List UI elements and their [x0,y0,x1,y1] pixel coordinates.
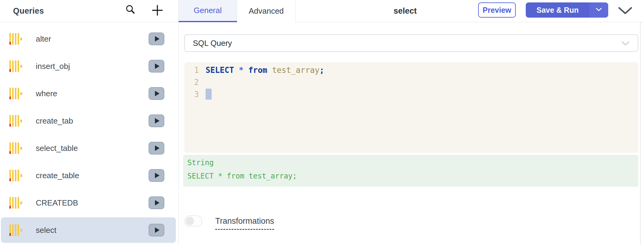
add-query-button[interactable] [150,4,164,18]
clickhouse-datasource-icon [8,223,22,237]
run-query-button[interactable] [149,196,164,209]
collapse-editor-button[interactable] [618,6,633,16]
save-and-run-split-button: Save & Run [526,2,608,18]
editor-header: General Advanced select Preview Save & R… [179,0,644,22]
chevron-down-icon [595,8,602,12]
queries-sidebar: Queries [0,0,179,245]
query-list-item-insert_obj[interactable]: insert_obj [1,53,176,79]
code-line-1: 1SELECT * from test_array; [184,64,638,76]
sql-code-editor[interactable]: 1SELECT * from test_array;23 [184,62,638,153]
query-title: select [394,0,417,22]
tab-advanced[interactable]: Advanced [237,0,296,22]
run-query-button[interactable] [149,224,164,236]
plus-icon [151,4,164,18]
text-cursor [206,89,212,100]
play-icon [155,63,159,69]
query-editor-main: General Advanced select Preview Save & R… [179,0,644,245]
transformations-toggle[interactable] [184,215,202,227]
save-and-run-button[interactable]: Save & Run [526,2,589,18]
play-icon [155,145,159,151]
play-icon [155,36,159,42]
sidebar-header: Queries [0,0,178,22]
query-list-item-CREATEDB[interactable]: CREATEDB [1,190,176,216]
code-line-3: 3 [184,88,638,100]
chevron-down-icon [621,39,630,48]
query-name-label: alter [36,34,51,44]
evaluated-value-popup: String SELECT * from test_array; [183,155,638,187]
query-list-item-select[interactable]: select [1,217,176,243]
transformations-section: Transformations [184,215,274,230]
clickhouse-datasource-icon [8,168,22,182]
toggle-knob [186,217,194,225]
line-number: 3 [184,88,199,100]
query-name-label: where [36,89,57,98]
search-queries-button[interactable] [124,4,138,18]
editor-tabs: General Advanced [179,0,296,22]
run-query-button[interactable] [149,142,164,155]
code-line-2: 2 [184,76,638,88]
transformations-label: Transformations [215,216,274,230]
query-name-label: create_tab [36,116,73,126]
play-icon [155,118,159,124]
play-icon [155,173,159,178]
clickhouse-datasource-icon [8,196,22,210]
code-line-content: SELECT * from test_array; [206,64,324,76]
play-icon [155,200,159,206]
query-name-label: create_table [36,171,79,180]
query-list-item-select_table[interactable]: select_table [1,135,176,161]
run-query-button[interactable] [149,114,164,127]
query-name-label: insert_obj [36,62,70,71]
run-query-button[interactable] [149,87,164,100]
code-line-content [206,88,212,100]
save-and-run-dropdown-button[interactable] [589,2,608,18]
tab-general[interactable]: General [179,0,237,22]
scroll-gutter-border [640,22,641,245]
run-query-button[interactable] [149,32,164,45]
evaluated-value-text: SELECT * from test_array; [187,172,638,180]
line-number: 1 [184,64,199,76]
clickhouse-datasource-icon [8,32,22,46]
run-query-button[interactable] [149,169,164,182]
query-name-label: CREATEDB [36,198,78,208]
evaluated-type-label: String [187,158,638,167]
query-name-label: select [36,226,56,235]
query-list-item-create_tab[interactable]: create_tab [1,108,176,134]
query-list-item-create_table[interactable]: create_table [1,163,176,188]
clickhouse-datasource-icon [8,59,22,73]
run-query-button[interactable] [149,60,164,73]
command-type-select[interactable]: SQL Query [184,34,638,52]
chevron-down-icon [618,7,632,16]
line-number: 2 [184,76,199,88]
search-icon [124,4,137,18]
clickhouse-datasource-icon [8,114,22,128]
query-list-item-alter[interactable]: alter [1,26,176,52]
clickhouse-datasource-icon [8,141,22,155]
play-icon [155,91,159,96]
sidebar-title: Queries [13,6,44,16]
preview-button[interactable]: Preview [478,2,516,18]
command-type-value: SQL Query [193,39,232,48]
query-editor-page: { "sidebar": { "title": "Queries", "item… [0,0,644,245]
query-list-item-where[interactable]: where [1,81,176,106]
play-icon [155,227,159,233]
clickhouse-datasource-icon [8,87,22,100]
query-list: alter insert_obj [0,22,178,243]
query-name-label: select_table [36,144,78,153]
